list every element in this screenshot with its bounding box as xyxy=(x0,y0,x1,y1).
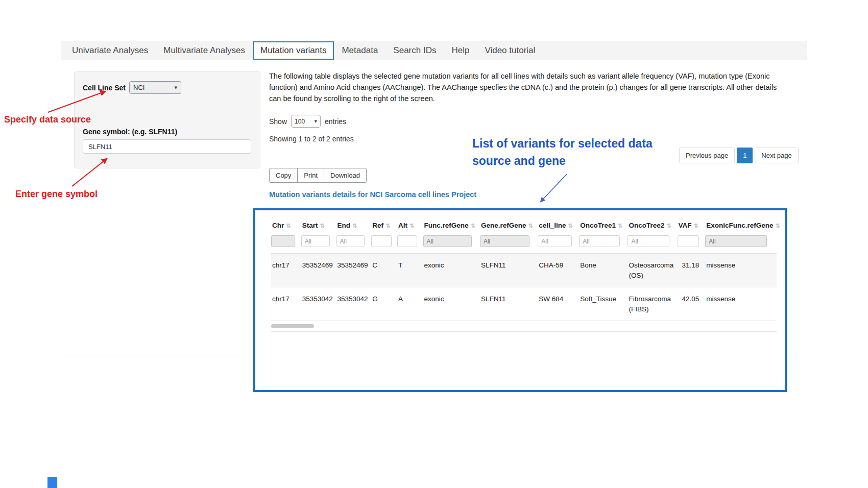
horizontal-scrollbar[interactable] xyxy=(271,324,777,328)
tab-search-ids[interactable]: Search IDs xyxy=(385,41,444,60)
column-label: End xyxy=(337,222,351,229)
export-buttons: CopyPrintDownload xyxy=(269,168,367,183)
table-filter-row: AllAllAllAllAllAllAllAll xyxy=(271,234,777,254)
corner-widget[interactable] xyxy=(47,477,57,488)
tab-univariate-analyses[interactable]: Univariate Analyses xyxy=(64,41,156,60)
filter-cell: All xyxy=(579,234,628,254)
table-cell: A xyxy=(397,287,423,321)
filter-cell: All xyxy=(301,234,336,254)
table-cell: 42.05 xyxy=(678,287,706,321)
filter-cell xyxy=(371,234,397,254)
table-cell: missense xyxy=(705,254,777,287)
column-label: OncoTree2 xyxy=(629,222,664,229)
column-filter[interactable]: All xyxy=(336,235,365,247)
column-filter[interactable] xyxy=(271,235,295,247)
page-length-select[interactable]: 100 ▾ xyxy=(291,115,321,128)
column-label: Ref xyxy=(372,222,383,229)
sort-icon: ⇅ xyxy=(528,223,533,229)
column-filter[interactable]: All xyxy=(538,235,572,247)
table-cell: T xyxy=(397,254,423,287)
previous-page-button[interactable]: Previous page xyxy=(679,148,735,163)
table-row[interactable]: chr173535246935352469CTexonicSLFN11CHA-5… xyxy=(271,254,777,287)
table-cell: 35353042 xyxy=(336,287,372,321)
table-cell: chr17 xyxy=(271,254,301,287)
column-filter[interactable]: All xyxy=(579,235,620,247)
column-filter[interactable] xyxy=(678,235,700,247)
table-row[interactable]: chr173535304235353042GAexonicSLFN11SW 68… xyxy=(271,287,777,321)
filter-cell: All xyxy=(705,234,777,254)
column-header-alt[interactable]: Alt⇅ xyxy=(397,216,423,234)
column-label: Gene.refGene xyxy=(481,222,526,229)
annotation-enter-gene-symbol: Enter gene symbol xyxy=(15,189,98,200)
table-cell: 35352469 xyxy=(301,254,336,287)
column-label: Chr xyxy=(272,222,284,229)
column-header-chr[interactable]: Chr⇅ xyxy=(271,216,301,234)
filter-cell: All xyxy=(628,234,677,254)
filter-cell xyxy=(271,234,301,254)
sort-icon: ⇅ xyxy=(286,223,291,229)
column-label: Func.refGene xyxy=(424,222,469,229)
column-filter[interactable]: All xyxy=(480,235,529,247)
column-filter[interactable]: All xyxy=(628,235,669,247)
column-header-ref[interactable]: Ref⇅ xyxy=(371,216,397,234)
tab-mutation-variants[interactable]: Mutation variants xyxy=(253,41,334,60)
main-nav: Univariate AnalysesMultivariate Analyses… xyxy=(61,41,807,60)
sort-icon: ⇅ xyxy=(618,223,622,229)
page-length-control: Show 100 ▾ entries xyxy=(269,115,346,128)
variants-table: Chr⇅Start⇅End⇅Ref⇅Alt⇅Func.refGene⇅Gene.… xyxy=(271,216,777,321)
table-cell: C xyxy=(371,254,397,287)
table-cell: chr17 xyxy=(271,287,301,321)
filter-cell xyxy=(678,234,706,254)
column-header-vaf[interactable]: VAF⇅ xyxy=(678,216,706,234)
table-cell: Osteosarcoma (OS) xyxy=(628,254,677,287)
filter-cell: All xyxy=(538,234,579,254)
column-filter[interactable]: All xyxy=(423,235,472,247)
column-header-end[interactable]: End⇅ xyxy=(336,216,372,234)
column-header-cell-line[interactable]: cell_line⇅ xyxy=(538,216,579,234)
tab-video-tutorial[interactable]: Video tutorial xyxy=(477,41,543,60)
column-filter[interactable]: All xyxy=(705,235,767,247)
annotation-list-of-variants: List of variants for selected data sourc… xyxy=(472,135,676,169)
chevron-down-icon: ▾ xyxy=(315,118,318,125)
control-panel: Cell Line Set NCI ▾ Gene symbol: (e.g. S… xyxy=(74,71,260,168)
tab-metadata[interactable]: Metadata xyxy=(334,41,385,60)
chevron-down-icon: ▾ xyxy=(175,84,178,91)
page-number-button[interactable]: 1 xyxy=(737,148,753,163)
sort-icon: ⇅ xyxy=(694,223,698,229)
table-cell: Soft_Tissue xyxy=(579,287,628,321)
column-label: Alt xyxy=(398,222,407,229)
column-header-gene-refgene[interactable]: Gene.refGene⇅ xyxy=(480,216,538,234)
cell-line-set-select[interactable]: NCI ▾ xyxy=(129,81,181,94)
print-button[interactable]: Print xyxy=(297,168,324,183)
table-body: chr173535246935352469CTexonicSLFN11CHA-5… xyxy=(271,254,777,321)
table-cell: missense xyxy=(705,287,777,321)
column-header-oncotree1[interactable]: OncoTree1⇅ xyxy=(579,216,628,234)
showing-info: Showing 1 to 2 of 2 entries xyxy=(269,135,354,143)
column-filter[interactable] xyxy=(371,235,391,247)
column-header-func-refgene[interactable]: Func.refGene⇅ xyxy=(423,216,480,234)
scrollbar-thumb[interactable] xyxy=(271,324,314,328)
column-filter[interactable]: All xyxy=(301,235,330,247)
table-cell: SLFN11 xyxy=(480,254,538,287)
copy-button[interactable]: Copy xyxy=(269,168,298,183)
column-header-exonicfunc-refgene[interactable]: ExonicFunc.refGene⇅ xyxy=(705,216,777,234)
gene-symbol-input[interactable] xyxy=(83,139,251,154)
show-label: Show xyxy=(269,117,287,126)
cell-line-set-value: NCI xyxy=(133,84,144,91)
column-filter[interactable] xyxy=(397,235,417,247)
sort-icon: ⇅ xyxy=(568,223,573,229)
annotation-specify-data-source: Specify data source xyxy=(4,114,91,125)
column-header-start[interactable]: Start⇅ xyxy=(301,216,336,234)
sort-icon: ⇅ xyxy=(471,223,475,229)
tab-multivariate-analyses[interactable]: Multivariate Analyses xyxy=(156,41,253,60)
page: Univariate AnalysesMultivariate Analyses… xyxy=(0,0,868,488)
download-button[interactable]: Download xyxy=(324,168,367,183)
table-cell: 35352469 xyxy=(336,254,372,287)
next-page-button[interactable]: Next page xyxy=(755,148,798,163)
tab-help[interactable]: Help xyxy=(444,41,477,60)
gene-symbol-label: Gene symbol: (e.g. SLFN11) xyxy=(83,128,252,136)
column-label: OncoTree1 xyxy=(580,222,616,229)
column-header-oncotree2[interactable]: OncoTree2⇅ xyxy=(628,216,677,234)
table-bottom-divider xyxy=(271,331,777,332)
sort-icon: ⇅ xyxy=(409,223,414,229)
